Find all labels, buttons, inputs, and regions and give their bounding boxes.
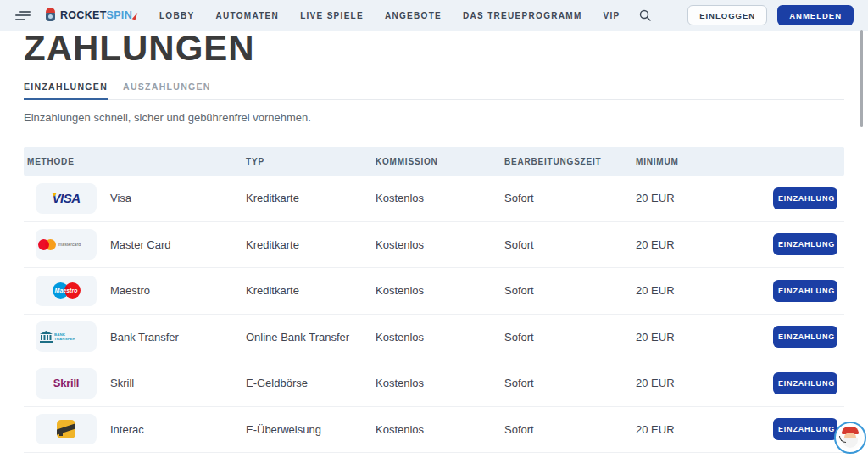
nav-item-treueprogramm[interactable]: DAS TREUEPROGRAMM — [463, 11, 581, 20]
vertical-scrollbar[interactable] — [860, 30, 863, 127]
method-name: Skrill — [110, 377, 134, 389]
commission-cell: Kostenlos — [376, 423, 504, 436]
bank-transfer-logo: BANK TRANSFER — [36, 321, 97, 352]
table-row-interac: Interac E-Überweisung Kostenlos Sofort 2… — [24, 407, 844, 454]
nav-item-automaten[interactable]: AUTOMATEN — [215, 11, 279, 20]
minimum-cell: 20 EUR — [636, 331, 737, 344]
type-cell: Kreditkarte — [246, 284, 376, 297]
payments-page: ZAHLUNGEN EINZAHLUNGEN AUSZAHLUNGEN Einz… — [0, 31, 868, 453]
processing-cell: Sofort — [504, 331, 636, 344]
einzahlung-button[interactable]: EINZAHLUNG — [773, 326, 837, 348]
minimum-cell: 20 EUR — [636, 284, 737, 297]
hamburger-menu-icon[interactable] — [15, 11, 32, 20]
commission-cell: Kostenlos — [376, 192, 504, 204]
nav-item-live-spiele[interactable]: LIVE SPIELE — [300, 11, 364, 20]
payment-methods-table: METHODE TYP KOMMISSION BEARBEITUNGSZEIT … — [24, 147, 844, 453]
search-icon[interactable] — [639, 9, 651, 21]
brand-text-blue: SPIN — [107, 9, 132, 21]
table-row-visa: VISA Visa Kreditkarte Kostenlos Sofort 2… — [24, 176, 844, 222]
einzahlung-button[interactable]: EINZAHLUNG — [773, 233, 837, 255]
mastercard-circles-icon — [38, 239, 56, 250]
login-button[interactable]: EINLOGGEN — [687, 5, 767, 25]
main-nav: LOBBY AUTOMATEN LIVE SPIELE ANGEBOTE DAS… — [159, 11, 620, 20]
auth-buttons: EINLOGGEN ANMELDEN — [687, 5, 854, 25]
top-navbar: ROCKET SPIN LOBBY AUTOMATEN LIVE SPIELE … — [0, 0, 868, 31]
type-cell: E-Überweisung — [246, 423, 376, 436]
table-row-mastercard: mastercard Master Card Kreditkarte Koste… — [24, 222, 844, 269]
rocketspin-logo[interactable]: ROCKET SPIN — [44, 8, 136, 23]
brand-text-dark: ROCKET — [60, 9, 107, 21]
skrill-logo: Skrill — [36, 368, 97, 399]
maestro-logo: Maestro — [36, 276, 97, 306]
method-name: Master Card — [110, 238, 171, 251]
type-cell: Kreditkarte — [246, 192, 376, 204]
einzahlung-button[interactable]: EINZAHLUNG — [773, 372, 837, 394]
nav-item-angebote[interactable]: ANGEBOTE — [385, 11, 442, 20]
processing-cell: Sofort — [504, 284, 636, 297]
col-bearbeitungszeit: BEARBEITUNGSZEIT — [504, 157, 636, 166]
col-kommission: KOMMISSION — [376, 157, 504, 166]
type-cell: Online Bank Transfer — [246, 331, 376, 344]
method-name: Maestro — [110, 284, 150, 297]
table-row-skrill: Skrill Skrill E-Geldbörse Kostenlos Sofo… — [24, 360, 844, 407]
visa-logo: VISA — [36, 183, 97, 214]
bank-building-icon — [40, 331, 53, 343]
einzahlung-button[interactable]: EINZAHLUNG — [773, 418, 837, 440]
payments-tabs: EINZAHLUNGEN AUSZAHLUNGEN — [24, 81, 844, 100]
nav-item-vip[interactable]: VIP — [604, 11, 620, 20]
commission-cell: Kostenlos — [376, 284, 504, 297]
col-typ: TYP — [246, 157, 376, 166]
minimum-cell: 20 EUR — [636, 238, 737, 251]
type-cell: Kreditkarte — [246, 238, 376, 251]
minimum-cell: 20 EUR — [636, 377, 737, 389]
minimum-cell: 20 EUR — [636, 192, 737, 204]
type-cell: E-Geldbörse — [246, 377, 376, 389]
rocket-icon — [44, 8, 57, 23]
processing-cell: Sofort — [504, 377, 636, 389]
col-minimum: MINIMUM — [636, 157, 737, 166]
interac-badge-icon — [57, 420, 75, 438]
mastercard-logo: mastercard — [36, 229, 97, 260]
table-row-bank-transfer: BANK TRANSFER Bank Transfer Online Bank … — [24, 315, 844, 361]
nav-item-lobby[interactable]: LOBBY — [159, 11, 195, 20]
visa-yellow-tick-icon — [52, 193, 57, 197]
method-name: Visa — [110, 192, 131, 204]
maestro-circles-icon: Maestro — [53, 282, 81, 299]
page-subtitle: Einzahlungen schnell, sicher und gebühre… — [24, 111, 844, 124]
processing-cell: Sofort — [504, 238, 636, 251]
einzahlung-button[interactable]: EINZAHLUNG — [773, 187, 837, 209]
einzahlung-button[interactable]: EINZAHLUNG — [773, 280, 837, 302]
commission-cell: Kostenlos — [376, 377, 504, 389]
processing-cell: Sofort — [504, 192, 636, 204]
tab-einzahlungen[interactable]: EINZAHLUNGEN — [24, 81, 108, 100]
processing-cell: Sofort — [504, 423, 636, 436]
col-methode: METHODE — [24, 157, 246, 166]
brand-accent-icon — [132, 11, 138, 20]
signup-button[interactable]: ANMELDEN — [777, 5, 854, 25]
table-header: METHODE TYP KOMMISSION BEARBEITUNGSZEIT … — [24, 147, 844, 176]
commission-cell: Kostenlos — [376, 238, 504, 251]
table-row-maestro: Maestro Maestro Kreditkarte Kostenlos So… — [24, 268, 844, 315]
support-chat-icon[interactable] — [834, 422, 866, 454]
interac-logo — [36, 414, 97, 444]
minimum-cell: 20 EUR — [636, 423, 737, 436]
commission-cell: Kostenlos — [376, 331, 504, 344]
tab-auszahlungen[interactable]: AUSZAHLUNGEN — [123, 81, 211, 99]
method-name: Interac — [110, 423, 144, 436]
method-name: Bank Transfer — [110, 331, 179, 344]
page-title: ZAHLUNGEN — [24, 31, 844, 65]
